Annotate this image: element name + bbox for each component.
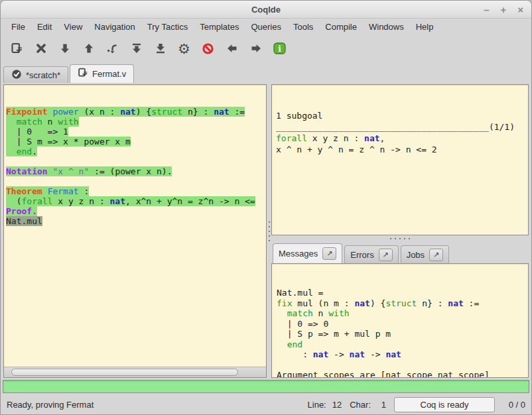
gear-icon: ⚙ xyxy=(178,42,190,56)
goals-pane[interactable]: 1 subgoal_______________________________… xyxy=(271,84,529,235)
code-segment: := xyxy=(230,107,245,117)
tab-label: *scratch* xyxy=(26,70,60,80)
maximize-button[interactable]: + xyxy=(500,5,506,15)
menu-item-help[interactable]: Help xyxy=(410,20,440,34)
tab-scratch[interactable]: *scratch* xyxy=(3,66,68,83)
close-buffer-button[interactable] xyxy=(30,38,52,59)
tab-fermat[interactable]: Fermat.v xyxy=(70,64,134,83)
minimize-button[interactable]: – xyxy=(484,5,489,15)
go-to-cursor-icon xyxy=(106,42,119,55)
code-line: match n with xyxy=(277,308,523,319)
menu-item-edit[interactable]: Edit xyxy=(31,20,58,34)
about-button[interactable]: i xyxy=(269,38,291,59)
detach-button[interactable]: ↗ xyxy=(322,247,336,260)
close-button[interactable]: × xyxy=(517,5,523,15)
go-to-cursor-button[interactable] xyxy=(101,38,123,59)
code-editor[interactable]: Fixpoint power (x n : nat) {struct n} : … xyxy=(4,85,266,367)
scrollbar-thumb[interactable] xyxy=(11,369,238,376)
code-segment: fix xyxy=(277,298,292,308)
menu-item-windows[interactable]: Windows xyxy=(363,20,410,34)
code-segment: := xyxy=(464,298,479,308)
menu-bar: FileEditViewNavigationTry TacticsTemplat… xyxy=(1,19,531,34)
save-button[interactable] xyxy=(6,38,28,59)
code-segment: ________________________________________… xyxy=(276,122,515,132)
messages-pane[interactable]: Nat.mul =fix mul (n m : nat) {struct n} … xyxy=(271,263,529,378)
save-page-icon xyxy=(78,68,88,80)
code-segment: Argument scopes are [nat_scope nat_scope… xyxy=(277,370,490,378)
window-title: CoqIde xyxy=(251,5,281,15)
code-segment: match xyxy=(287,308,313,318)
detach-button[interactable]: ↗ xyxy=(429,249,443,261)
code-segment: with xyxy=(328,308,349,318)
menu-item-navigation[interactable]: Navigation xyxy=(88,20,141,34)
code-segment: , x^n + y^n = z^n -> n <= xyxy=(125,196,255,206)
code-line: (forall x y z n : nat, x^n + y^n = z^n -… xyxy=(6,196,266,206)
code-segment: n} : xyxy=(417,298,448,308)
vertical-splitter[interactable] xyxy=(267,84,271,378)
code-segment xyxy=(277,308,287,318)
code-segment: struct xyxy=(385,298,417,308)
message-tab-errors[interactable]: Errors↗ xyxy=(344,245,398,263)
code-segment: : xyxy=(277,349,313,359)
menu-item-queries[interactable]: Queries xyxy=(245,20,287,34)
message-tab-jobs[interactable]: Jobs↗ xyxy=(401,245,449,263)
status-right: Line: 12 Char: 1 Coq is ready 0 / 0 xyxy=(308,397,525,412)
restart-button[interactable] xyxy=(125,38,147,59)
code-segment: Fixpoint xyxy=(6,107,48,117)
go-to-start-icon xyxy=(131,42,143,54)
menu-item-compile[interactable]: Compile xyxy=(319,20,363,34)
interrupt-button[interactable] xyxy=(197,38,219,59)
code-line xyxy=(277,360,523,371)
forward-button[interactable] xyxy=(245,38,267,59)
code-segment: nat xyxy=(448,298,463,308)
code-line: Fixpoint power (x n : nat) {struct n} : … xyxy=(6,107,266,117)
step-backward-button[interactable] xyxy=(78,38,100,59)
code-line: Argument scopes are [nat_scope nat_scope… xyxy=(277,370,523,378)
coqide-window: CoqIde – + × FileEditViewNavigationTry T… xyxy=(0,0,532,415)
detach-button[interactable]: ↗ xyxy=(379,249,393,261)
code-segment: . xyxy=(32,147,37,156)
code-line: end xyxy=(277,339,523,350)
back-button[interactable] xyxy=(221,38,243,59)
code-segment: x y z n : xyxy=(307,133,364,143)
code-line: match n with xyxy=(6,117,266,127)
code-segment: "x ^ n" xyxy=(52,166,89,176)
code-segment: nat xyxy=(364,133,379,143)
code-line: forall x y z n : nat, xyxy=(276,133,524,144)
arrow-right-icon xyxy=(250,42,262,54)
code-segment xyxy=(42,186,48,196)
status-message: Ready, proving Fermat xyxy=(7,400,308,410)
menu-item-templates[interactable]: Templates xyxy=(194,20,245,34)
code-segment: forall xyxy=(21,196,52,206)
check-circle-icon xyxy=(11,69,22,82)
code-segment: | 0 => 0 xyxy=(277,319,328,329)
menu-item-try-tactics[interactable]: Try Tactics xyxy=(141,20,194,34)
code-segment: n} : xyxy=(182,107,214,117)
step-forward-button[interactable] xyxy=(54,38,76,59)
menu-item-view[interactable]: View xyxy=(58,20,88,34)
go-to-end-button[interactable] xyxy=(149,38,171,59)
preferences-button[interactable]: ⚙ xyxy=(173,38,195,59)
horizontal-splitter[interactable] xyxy=(271,235,529,241)
menu-item-file[interactable]: File xyxy=(5,20,31,34)
code-segment: -> xyxy=(365,349,385,359)
code-segment: ) { xyxy=(370,298,385,308)
code-segment: : xyxy=(79,186,90,196)
code-segment: ( xyxy=(6,196,21,206)
close-x-icon xyxy=(35,42,47,54)
code-segment: end xyxy=(287,339,302,349)
code-line: Theorem Fermat : xyxy=(6,186,266,196)
code-segment: with xyxy=(58,117,78,127)
code-line: | S m => x * power x m xyxy=(6,137,266,147)
svg-text:i: i xyxy=(278,44,281,53)
splitter-grip-icon xyxy=(390,238,410,239)
editor-horizontal-scrollbar[interactable] xyxy=(4,367,266,377)
message-tab-messages[interactable]: Messages↗ xyxy=(273,243,342,263)
code-line xyxy=(6,176,266,186)
arrow-left-icon xyxy=(226,42,238,54)
code-segment xyxy=(6,117,17,127)
code-line: ________________________________________… xyxy=(276,121,524,133)
right-pane: 1 subgoal_______________________________… xyxy=(271,84,529,378)
menu-item-tools[interactable]: Tools xyxy=(287,20,319,34)
code-segment: Notation xyxy=(6,166,48,176)
